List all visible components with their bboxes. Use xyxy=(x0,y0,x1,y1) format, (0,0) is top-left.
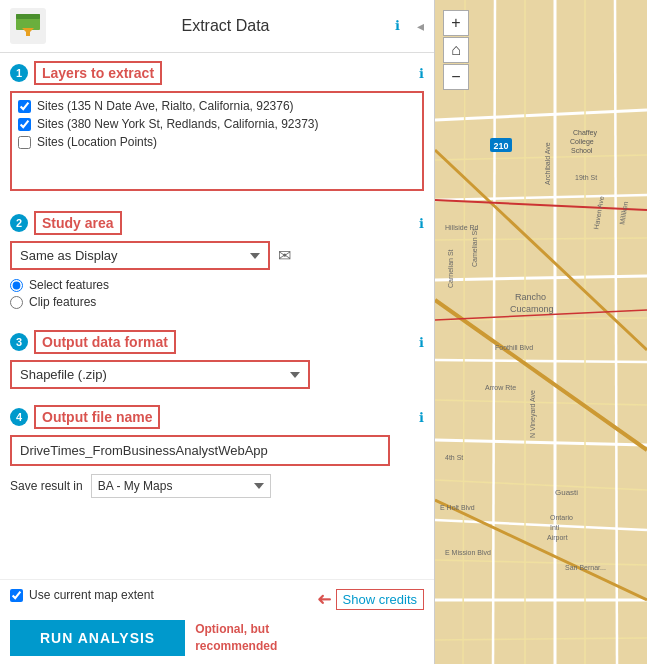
list-item: Sites (135 N Date Ave, Rialto, Californi… xyxy=(18,97,416,115)
section1-label: 1 Layers to extract ℹ xyxy=(10,61,424,85)
section2-title: Study area xyxy=(34,211,122,235)
svg-text:Foothill Blvd: Foothill Blvd xyxy=(495,344,533,351)
list-item: Sites (Location Points) xyxy=(18,133,416,151)
step1-badge: 1 xyxy=(10,64,28,82)
zoom-in-button[interactable]: + xyxy=(443,10,469,36)
svg-text:Guasti: Guasti xyxy=(555,488,578,497)
left-panel: Extract Data ℹ ◂ 1 Layers to extract ℹ S… xyxy=(0,0,435,664)
run-row: RUN ANALYSIS Optional, butrecommended xyxy=(10,620,424,656)
svg-text:Intl: Intl xyxy=(550,524,560,531)
svg-text:Chaffey: Chaffey xyxy=(573,129,597,137)
home-button[interactable]: ⌂ xyxy=(443,37,469,63)
show-credits-link[interactable]: Show credits xyxy=(336,589,424,610)
section-layers: 1 Layers to extract ℹ Sites (135 N Date … xyxy=(0,53,434,203)
map-extent-checkbox-row: Use current map extent xyxy=(10,588,309,602)
map-panel: Rancho Cucamong Hillside Rd 19th St Foot… xyxy=(435,0,647,664)
step3-badge: 3 xyxy=(10,333,28,351)
header-collapse-arrow[interactable]: ◂ xyxy=(417,18,424,34)
radio-group: Select features Clip features xyxy=(10,276,424,314)
section2-info-icon[interactable]: ℹ xyxy=(419,216,424,231)
header-info-icon[interactable]: ℹ xyxy=(395,18,411,34)
section2-label: 2 Study area ℹ xyxy=(10,211,424,235)
svg-rect-4 xyxy=(26,28,30,36)
section-filename: 4 Output file name ℹ Save result in BA -… xyxy=(0,397,434,506)
radio-clip-features-label: Clip features xyxy=(29,295,96,309)
svg-text:Cucamong: Cucamong xyxy=(510,304,554,314)
radio-clip-features-input[interactable] xyxy=(10,296,23,309)
svg-text:E Mission Blvd: E Mission Blvd xyxy=(445,549,491,556)
svg-text:Airport: Airport xyxy=(547,534,568,542)
svg-rect-2 xyxy=(16,14,40,19)
layer-label-1: Sites (380 New York St, Redlands, Califo… xyxy=(37,117,319,131)
arrow-icon: ➜ xyxy=(317,588,332,610)
map-extent-checkbox[interactable] xyxy=(10,589,23,602)
list-item: Sites (380 New York St, Redlands, Califo… xyxy=(18,115,416,133)
layers-box: Sites (135 N Date Ave, Rialto, Californi… xyxy=(10,91,424,191)
radio-select-features-input[interactable] xyxy=(10,279,23,292)
save-location-select[interactable]: BA - My Maps My Maps Shared Maps xyxy=(91,474,271,498)
save-result-row: Save result in BA - My Maps My Maps Shar… xyxy=(10,474,424,498)
header: Extract Data ℹ ◂ xyxy=(0,0,434,53)
section4-title: Output file name xyxy=(34,405,160,429)
optional-note: Optional, butrecommended xyxy=(195,621,277,655)
svg-text:E Holt Blvd: E Holt Blvd xyxy=(440,504,475,511)
optional-text: Optional, butrecommended xyxy=(195,621,277,655)
layer-checkbox-0[interactable] xyxy=(18,100,31,113)
section-output-format: 3 Output data format ℹ Shapefile (.zip) … xyxy=(0,322,434,397)
section4-label: 4 Output file name ℹ xyxy=(10,405,424,429)
radio-select-features-label: Select features xyxy=(29,278,109,292)
email-icon[interactable]: ✉ xyxy=(278,246,291,265)
step2-badge: 2 xyxy=(10,214,28,232)
svg-text:N Vineyard Ave: N Vineyard Ave xyxy=(529,390,537,438)
section-study-area: 2 Study area ℹ Same as Display Current E… xyxy=(0,203,434,322)
run-analysis-button[interactable]: RUN ANALYSIS xyxy=(10,620,185,656)
layer-checkbox-2[interactable] xyxy=(18,136,31,149)
section1-info-icon[interactable]: ℹ xyxy=(419,66,424,81)
header-title: Extract Data xyxy=(56,17,395,35)
svg-text:Rancho: Rancho xyxy=(515,292,546,302)
map-extent-label: Use current map extent xyxy=(29,588,154,602)
footer-section: Use current map extent ➜ Show credits RU… xyxy=(0,579,434,664)
layer-label-2: Sites (Location Points) xyxy=(37,135,157,149)
zoom-out-button[interactable]: − xyxy=(443,64,469,90)
map-background: Rancho Cucamong Hillside Rd 19th St Foot… xyxy=(435,0,647,664)
svg-text:Ontario: Ontario xyxy=(550,514,573,521)
section1-title: Layers to extract xyxy=(34,61,162,85)
svg-text:Camelian St: Camelian St xyxy=(471,229,478,267)
section4-info-icon[interactable]: ℹ xyxy=(419,410,424,425)
map-controls: + ⌂ − xyxy=(443,10,469,90)
layer-label-0: Sites (135 N Date Ave, Rialto, Californi… xyxy=(37,99,294,113)
save-result-label: Save result in xyxy=(10,479,83,493)
study-area-select[interactable]: Same as Display Current Extent Custom xyxy=(10,241,270,270)
svg-text:College: College xyxy=(570,138,594,146)
radio-clip-features: Clip features xyxy=(10,295,424,309)
svg-text:Arrow Rte: Arrow Rte xyxy=(485,384,516,391)
svg-text:Archibald Ave: Archibald Ave xyxy=(544,142,551,185)
optional-credits-row: Use current map extent ➜ Show credits xyxy=(10,588,424,610)
study-area-dropdown-row: Same as Display Current Extent Custom ✉ xyxy=(10,241,424,270)
svg-text:4th St: 4th St xyxy=(445,454,463,461)
svg-text:San Bernar...: San Bernar... xyxy=(565,564,606,571)
section3-title: Output data format xyxy=(34,330,176,354)
format-select[interactable]: Shapefile (.zip) CSV GeoJSON KML xyxy=(10,360,310,389)
section3-label: 3 Output data format ℹ xyxy=(10,330,424,354)
svg-text:School: School xyxy=(571,147,593,154)
svg-text:19th St: 19th St xyxy=(575,174,597,181)
layer-checkbox-1[interactable] xyxy=(18,118,31,131)
extract-data-icon xyxy=(10,8,46,44)
svg-text:Carnelian St: Carnelian St xyxy=(447,249,454,288)
section3-info-icon[interactable]: ℹ xyxy=(419,335,424,350)
svg-text:210: 210 xyxy=(493,141,508,151)
radio-select-features: Select features xyxy=(10,278,424,292)
step4-badge: 4 xyxy=(10,408,28,426)
filename-input[interactable] xyxy=(10,435,390,466)
